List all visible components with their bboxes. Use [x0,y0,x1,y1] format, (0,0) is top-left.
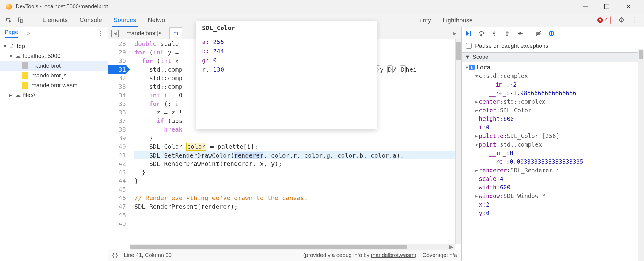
line-number[interactable]: 40 [108,142,126,151]
code-line[interactable]: SDL_RenderDrawPoint(renderer, x, y); [134,159,461,168]
code-line[interactable]: } [134,168,461,177]
scope-item[interactable]: width: 600 [462,183,644,192]
scope-item[interactable]: scale: 4 [462,174,644,183]
code-line[interactable] [134,211,461,219]
nav-back-icon[interactable]: ◀ [111,30,119,37]
minimize-button[interactable]: ─ [579,2,592,11]
tree-file-mandelbrot[interactable]: mandelbrot [0,61,108,71]
tab-network[interactable]: Netwo [146,13,167,27]
tree-top[interactable]: ▼🗋top [0,41,108,51]
filetab-active[interactable]: m [169,27,182,39]
line-number[interactable]: 37 [108,117,126,125]
inspect-icon[interactable] [4,15,14,25]
line-number[interactable]: 29 [108,48,126,57]
line-number[interactable]: 39 [108,134,126,142]
scope-item[interactable]: y: 0 [462,209,644,217]
tree-host[interactable]: ▼☁localhost:5000 [0,51,108,61]
scope-item[interactable]: ▶ center: std::complex [462,97,644,106]
scope-item[interactable]: ▶ color: SDL_Color [462,106,644,114]
line-number[interactable]: 32 [108,74,126,82]
deactivate-breakpoints-button[interactable] [535,30,542,37]
more-menu-icon[interactable]: ⋮ [631,16,638,24]
code-line[interactable] [134,219,461,228]
step-into-button[interactable] [491,30,498,37]
scope-item[interactable]: ▶ window: SDL_Window * [462,192,644,200]
scroll-right-icon[interactable]: ▶ [449,244,453,250]
scrollbar-thumb[interactable] [456,42,461,60]
scope-header[interactable]: ▼Scope [462,52,644,62]
scope-item[interactable]: ▼ c: std::complex [462,72,644,80]
tab-elements[interactable]: Elements [40,13,70,27]
tab-console[interactable]: Console [78,13,104,27]
line-number[interactable]: 46 [108,194,126,202]
scope-item[interactable]: __im_: -2 [462,80,644,89]
line-number[interactable]: 36 [108,108,126,117]
scrollbar-thumb[interactable] [130,245,407,249]
pause-label: Pause on caught exceptions [475,43,548,49]
scope-tree[interactable]: ▼LLocal ▼ c: std::complex __im_: -2 __re… [462,62,644,218]
braces-icon[interactable]: { } [112,252,118,259]
pause-exceptions-button[interactable] [548,30,555,37]
line-number[interactable]: 28 [108,39,126,48]
page-tab[interactable]: Page [5,29,18,38]
scope-item[interactable]: ▶ renderer: SDL_Renderer * [462,166,644,174]
code-line[interactable]: // Render everything we've drawn to the … [134,194,461,202]
close-button[interactable]: ✕ [622,2,635,11]
code-line[interactable]: } [134,177,461,185]
line-number[interactable]: 47 [108,202,126,211]
checkbox[interactable] [466,43,472,49]
resume-button[interactable] [465,30,472,37]
scope-item[interactable]: __re_: 0.0033333333333333335 [462,157,644,166]
line-gutter[interactable]: 2829303132333435363738394041424344454647… [108,39,130,250]
line-number[interactable]: 33 [108,82,126,91]
more-tabs-icon[interactable]: » [27,30,30,37]
wasm-link[interactable]: mandelbrot.wasm [371,252,415,258]
nav-fwd-icon[interactable]: ▶ [451,30,458,37]
tab-lighthouse[interactable]: Lighthouse [441,14,475,26]
code-line[interactable] [134,185,461,194]
maximize-button[interactable]: ☐ [601,2,613,11]
line-number[interactable]: 45 [108,185,126,194]
tree-file-scheme[interactable]: ▶☁file:// [0,90,108,100]
panel-scrollbar[interactable] [638,49,644,261]
line-number[interactable]: 44 [108,177,126,185]
filetab-mandelbrot-js[interactable]: mandelbrot.js [123,28,165,39]
error-badge[interactable]: ✕ 4 [595,16,611,24]
code-line[interactable]: SDL_SetRenderDrawColor(renderer, color.r… [134,151,461,159]
scope-local[interactable]: ▼LLocal [462,63,644,72]
scope-item[interactable]: i: 0 [462,123,644,132]
scope-item[interactable]: __im_: 0 [462,149,644,157]
scope-item[interactable]: x: 2 [462,200,644,209]
line-number[interactable]: 34 [108,91,126,99]
line-number[interactable]: 38 [108,125,126,134]
step-button[interactable] [516,30,524,37]
tree-file-mandelbrot-js[interactable]: mandelbrot.js [0,71,108,80]
device-toggle-icon[interactable] [16,15,25,25]
scrollbar-thumb[interactable] [639,50,643,59]
code-line[interactable]: SDL_RenderPresent(renderer); [134,202,461,211]
pause-on-exceptions-row[interactable]: Pause on caught exceptions [462,39,644,52]
scope-item[interactable]: ▼ point: std::complex [462,140,644,149]
line-number[interactable]: 41 [108,151,126,159]
line-number[interactable]: 43 [108,168,126,177]
step-out-button[interactable] [503,30,511,37]
settings-icon[interactable]: ⚙ [619,16,625,24]
line-number[interactable]: 48 [108,211,126,219]
line-number[interactable]: 35 [108,99,126,108]
navigator-menu-icon[interactable]: ⋮ [97,30,104,37]
line-number[interactable]: 31 [108,65,126,74]
line-number[interactable]: 49 [108,219,126,228]
tab-sources[interactable]: Sources [112,13,138,27]
horizontal-scrollbar[interactable]: ▶ [130,244,455,250]
scope-item[interactable]: ▶ palette: SDL_Color [256] [462,132,644,140]
step-over-button[interactable] [478,30,485,37]
tab-security[interactable]: urity [418,14,433,26]
scope-item[interactable]: __re_: -1.9866666666666666 [462,89,644,97]
vertical-scrollbar[interactable] [455,39,461,244]
line-number[interactable]: 42 [108,159,126,168]
line-number[interactable]: 30 [108,57,126,65]
scope-item[interactable]: height: 600 [462,114,644,123]
code-line[interactable]: } [134,134,461,142]
code-line[interactable]: SDL_Color color = palette[i]; [134,142,461,151]
tree-file-mandelbrot-wasm[interactable]: mandelbrot.wasm [0,80,108,90]
